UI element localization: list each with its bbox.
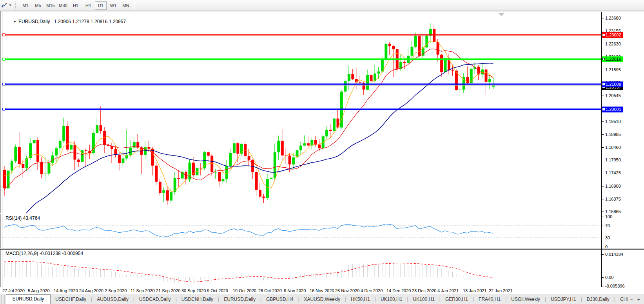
axis-tick bbox=[602, 70, 604, 70]
chart-arrows-icon bbox=[1, 2, 7, 9]
price-axis[interactable]: 1.236801.231551.226301.221201.215951.210… bbox=[601, 12, 644, 287]
macd-indicator-pane[interactable]: MACD(12,26,9) -0.001238 -0.000954 bbox=[2, 250, 601, 287]
timeframe-button-m30[interactable]: M30 bbox=[57, 1, 69, 10]
chart-tool-button[interactable]: ▼ bbox=[0, 2, 13, 9]
chart-tab-china300-h1[interactable]: CHINA300,H1 bbox=[615, 295, 628, 304]
chart-tabs: EURUSD,DailyUSDCHF,Daily|AUDUSD,Daily|US… bbox=[6, 294, 628, 304]
chart-tab-eurusd-daily[interactable]: EURUSD,Daily bbox=[6, 294, 51, 304]
chart-tab-audusd-daily[interactable]: AUDUSD,Daily bbox=[92, 295, 133, 304]
axis-tick-label-1.16375: 1.16375 bbox=[605, 197, 621, 201]
time-axis-label-5-aug-2020: 5 Aug 2020 bbox=[28, 288, 50, 293]
axis-tick bbox=[602, 121, 604, 122]
rsi-canvas[interactable] bbox=[2, 214, 601, 248]
timeframe-button-h4[interactable]: H4 bbox=[82, 1, 94, 10]
axis-tick-label-1.15865: 1.15865 bbox=[605, 209, 621, 214]
time-axis-label-4-jan-2021: 4 Jan 2021 bbox=[437, 288, 459, 293]
chart-tab-dj30-daily[interactable]: DJ30,Daily bbox=[582, 295, 614, 304]
axis-tick bbox=[602, 44, 604, 44]
chart-tab-usdjpy-h1[interactable]: USDJPY,H1 bbox=[546, 295, 581, 304]
hline-price-tag-1.22016: 1.22016 bbox=[602, 56, 623, 62]
timeframe-button-m5[interactable]: M5 bbox=[32, 1, 44, 10]
timeframe-button-d1[interactable]: D1 bbox=[95, 1, 107, 10]
chart-title: ▼EURUSD,Daily1.20906 1.21278 1.20816 1.2… bbox=[5, 13, 126, 30]
axis-tick bbox=[602, 134, 604, 135]
chart-tab-usdchf-daily[interactable]: USDCHF,Daily bbox=[51, 295, 91, 304]
macd-canvas[interactable] bbox=[2, 250, 601, 287]
axis-tick-label-macd--0.005396: -0.005396 bbox=[605, 284, 625, 288]
timeframe-button-mn[interactable]: MN bbox=[120, 1, 132, 10]
time-axis-label-14-aug-2020: 14 Aug 2020 bbox=[54, 288, 78, 293]
axis-tick-label-1.17950: 1.17950 bbox=[605, 157, 621, 162]
toolbar-separator bbox=[134, 1, 135, 10]
chart-tab-hk50-h1[interactable]: HK50,H1 bbox=[346, 295, 375, 304]
time-axis-label-4-dec-2020: 4 Dec 2020 bbox=[361, 288, 383, 293]
toolbar-grip[interactable] bbox=[15, 2, 18, 9]
axis-tick-label-rsi-100: 100 bbox=[605, 214, 612, 219]
axis-tick-label-rsi-70: 70 bbox=[605, 223, 610, 228]
axis-tick-label-1.18460: 1.18460 bbox=[605, 145, 621, 150]
axis-tick bbox=[602, 147, 604, 148]
time-axis-label-23-dec-2020: 23 Dec 2020 bbox=[412, 288, 436, 293]
axis-tick-label-macd-0.014384: 0.014384 bbox=[605, 252, 623, 257]
line-anchor-icon bbox=[602, 34, 605, 36]
chart-tab-usdcad-daily[interactable]: USDCAD,Daily bbox=[134, 295, 176, 304]
axis-tick bbox=[602, 31, 604, 31]
chart-tab-xauusd-weekly[interactable]: XAUUSD,Weekly bbox=[299, 295, 345, 304]
axis-tick bbox=[602, 217, 604, 217]
top-toolbar: ▼ M1M5M15M30H1H4D1W1MN bbox=[0, 0, 644, 11]
timeframe-button-m1[interactable]: M1 bbox=[20, 1, 31, 10]
tab-scroll-right-button[interactable]: ► bbox=[635, 297, 642, 301]
line-anchor-icon bbox=[602, 108, 605, 110]
tab-scroll-left-button[interactable]: ◄ bbox=[628, 297, 635, 301]
axis-tick bbox=[602, 247, 604, 247]
symbol-dropdown-icon[interactable]: ▼ bbox=[13, 20, 16, 24]
time-axis-label-28-oct-2020: 28 Oct 2020 bbox=[258, 288, 282, 293]
axis-tick bbox=[602, 277, 604, 278]
axis-tick-label-1.23680: 1.23680 bbox=[605, 16, 621, 20]
chart-window: ▼EURUSD,Daily1.20906 1.21278 1.20816 1.2… bbox=[0, 11, 644, 294]
axis-tick-label-macd-0.00: 0.00 bbox=[605, 275, 613, 280]
time-axis-label-27-jul-2020: 27 Jul 2020 bbox=[2, 288, 25, 293]
axis-tick-label-1.19510: 1.19510 bbox=[605, 119, 621, 124]
timeframe-button-group: M1M5M15M30H1H4D1W1MN bbox=[19, 1, 132, 10]
time-axis[interactable]: 27 Jul 20205 Aug 202014 Aug 202024 Aug 2… bbox=[2, 287, 601, 294]
chevron-down-icon[interactable]: ▼ bbox=[9, 4, 12, 7]
axis-tick bbox=[602, 212, 604, 212]
price-chart-pane[interactable]: ▼EURUSD,Daily1.20906 1.21278 1.20816 1.2… bbox=[2, 12, 601, 213]
candlestick-canvas[interactable] bbox=[2, 12, 601, 213]
hline-price-tag-1.23002: 1.23002 bbox=[602, 32, 623, 38]
rsi-label: RSI(14) 43.4764 bbox=[5, 215, 40, 221]
chart-tab-ger30-h1[interactable]: GER30,H1 bbox=[441, 295, 473, 304]
time-axis-label-9-oct-2020: 9 Oct 2020 bbox=[207, 288, 228, 293]
hline-price-tag-1.20001: 1.20001 bbox=[602, 107, 623, 112]
timeframe-button-m15[interactable]: M15 bbox=[45, 1, 56, 10]
axis-tick bbox=[602, 160, 604, 160]
chart-tab-gbpusd-h4[interactable]: GBPUSD,H4 bbox=[261, 295, 298, 304]
timeframe-button-h1[interactable]: H1 bbox=[70, 1, 82, 10]
chart-tab-eurusd-daily[interactable]: EURUSD,Daily bbox=[219, 295, 260, 304]
axis-tick-label-1.17425: 1.17425 bbox=[605, 170, 621, 175]
line-anchor-icon bbox=[602, 58, 605, 60]
chart-ohlc-values: 1.20906 1.21278 1.20816 1.20957 bbox=[54, 19, 126, 24]
chart-tab-uk100-h1[interactable]: UK100,H1 bbox=[408, 295, 439, 304]
axis-tick-label-1.20545: 1.20545 bbox=[605, 93, 621, 98]
axis-tick bbox=[602, 173, 604, 173]
rsi-indicator-pane[interactable]: RSI(14) 43.4764 bbox=[2, 214, 601, 248]
chart-shift-marker-icon[interactable] bbox=[499, 13, 504, 16]
time-axis-label-24-aug-2020: 24 Aug 2020 bbox=[79, 288, 103, 293]
time-axis-label-16-nov-2020: 16 Nov 2020 bbox=[310, 288, 334, 293]
time-axis-label-6-nov-2020: 6 Nov 2020 bbox=[284, 288, 306, 293]
time-axis-label-14-dec-2020: 14 Dec 2020 bbox=[386, 288, 411, 293]
timeframe-button-w1[interactable]: W1 bbox=[107, 1, 119, 10]
axis-tick bbox=[602, 18, 604, 18]
axis-tick-label-rsi-0: 0 bbox=[605, 244, 608, 249]
chart-tab-usdcnh-daily[interactable]: USDCNH,Daily bbox=[177, 295, 218, 304]
axis-tick-label-rsi-30: 30 bbox=[605, 235, 610, 240]
chart-tab-usoil-weekly[interactable]: USOil,Weekly bbox=[506, 295, 545, 304]
axis-tick bbox=[602, 238, 604, 238]
chart-tab-fra40-h1[interactable]: FRA40,H1 bbox=[474, 295, 505, 304]
chart-tab-uk100-h1[interactable]: UK100,H1 bbox=[376, 295, 407, 304]
time-axis-label-22-jan-2021: 22 Jan 2021 bbox=[489, 288, 513, 293]
macd-label: MACD(12,26,9) -0.001238 -0.000954 bbox=[5, 251, 83, 256]
axis-tick bbox=[602, 286, 604, 286]
